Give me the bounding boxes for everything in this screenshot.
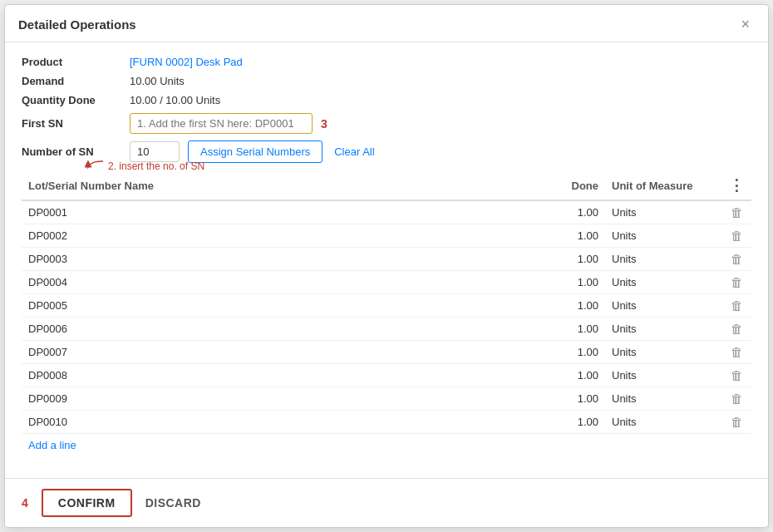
delete-cell: 🗑 (721, 200, 751, 224)
first-sn-badge: 3 (321, 117, 327, 131)
first-sn-label: First SN (22, 117, 130, 130)
lot-serial-name: DP0001 (22, 200, 547, 224)
unit-of-measure: Units (605, 364, 721, 387)
demand-value: 10.00 Units (130, 75, 185, 87)
first-sn-row: First SN 3 (22, 113, 751, 134)
unit-of-measure: Units (605, 294, 721, 318)
delete-icon[interactable]: 🗑 (731, 229, 743, 243)
more-options-icon[interactable]: ⋮ (729, 177, 744, 194)
table-row: DP0006 1.00 Units 🗑 (22, 318, 751, 341)
lot-serial-name: DP0007 (22, 341, 547, 364)
delete-icon[interactable]: 🗑 (731, 322, 743, 336)
modal-body: Product [FURN 0002] Desk Pad Demand 10.0… (5, 42, 768, 470)
table-row: DP0004 1.00 Units 🗑 (22, 271, 751, 294)
modal-footer: 4 CONFIRM DISCARD (5, 478, 768, 527)
delete-icon[interactable]: 🗑 (731, 275, 743, 289)
modal-header: Detailed Operations × (5, 5, 768, 42)
demand-row: Demand 10.00 Units (22, 75, 751, 87)
table-row: DP0010 1.00 Units 🗑 (22, 411, 751, 434)
col-done-header: Done (547, 171, 605, 200)
delete-cell: 🗑 (721, 387, 751, 411)
delete-cell: 🗑 (721, 411, 751, 434)
delete-cell: 🗑 (721, 271, 751, 294)
delete-icon[interactable]: 🗑 (731, 252, 743, 266)
table-row: DP0003 1.00 Units 🗑 (22, 248, 751, 271)
done-qty: 1.00 (547, 411, 605, 434)
qty-done-row: Quantity Done 10.00 / 10.00 Units (22, 94, 751, 106)
number-sn-row: Number of SN Assign Serial Numbers Clear… (22, 140, 751, 163)
unit-of-measure: Units (605, 224, 721, 248)
unit-of-measure: Units (605, 318, 721, 341)
done-qty: 1.00 (547, 248, 605, 271)
delete-cell: 🗑 (721, 364, 751, 387)
discard-button[interactable]: DISCARD (142, 490, 204, 515)
serial-number-table: Lot/Serial Number Name Done Unit of Meas… (22, 171, 751, 456)
table-row: DP0005 1.00 Units 🗑 (22, 294, 751, 318)
modal-title: Detailed Operations (18, 17, 136, 32)
unit-of-measure: Units (605, 341, 721, 364)
delete-icon[interactable]: 🗑 (731, 298, 743, 313)
product-value[interactable]: [FURN 0002] Desk Pad (130, 56, 243, 68)
delete-icon[interactable]: 🗑 (731, 415, 743, 429)
done-qty: 1.00 (547, 294, 605, 318)
lot-serial-name: DP0009 (22, 387, 547, 411)
done-qty: 1.00 (547, 318, 605, 341)
delete-cell: 🗑 (721, 224, 751, 248)
arrow-icon (81, 159, 105, 174)
lot-serial-name: DP0005 (22, 294, 547, 318)
unit-of-measure: Units (605, 271, 721, 294)
detailed-operations-modal: Detailed Operations × Product [FURN 0002… (4, 4, 769, 528)
lot-serial-name: DP0006 (22, 318, 547, 341)
done-qty: 1.00 (547, 271, 605, 294)
done-qty: 1.00 (547, 341, 605, 364)
lot-serial-name: DP0004 (22, 271, 547, 294)
col-uom-header: Unit of Measure (605, 171, 721, 200)
lot-serial-name: DP0010 (22, 411, 547, 434)
add-line-link[interactable]: Add a line (22, 434, 83, 456)
lot-serial-name: DP0008 (22, 364, 547, 387)
insert-sn-annotation: 2. insert the no. of SN (81, 159, 204, 174)
first-sn-controls: 3 (130, 113, 327, 134)
table-row: DP0009 1.00 Units 🗑 (22, 387, 751, 411)
close-icon[interactable]: × (736, 15, 755, 33)
product-label: Product (22, 56, 130, 68)
unit-of-measure: Units (605, 248, 721, 271)
insert-sn-text: 2. insert the no. of SN (108, 160, 204, 172)
delete-icon[interactable]: 🗑 (731, 345, 743, 359)
done-qty: 1.00 (547, 364, 605, 387)
done-qty: 1.00 (547, 224, 605, 248)
product-row: Product [FURN 0002] Desk Pad (22, 56, 751, 68)
unit-of-measure: Units (605, 411, 721, 434)
delete-cell: 🗑 (721, 248, 751, 271)
unit-of-measure: Units (605, 200, 721, 224)
qty-done-value: 10.00 / 10.00 Units (130, 94, 220, 106)
delete-cell: 🗑 (721, 294, 751, 318)
delete-icon[interactable]: 🗑 (731, 205, 743, 219)
table-row: DP0001 1.00 Units 🗑 (22, 200, 751, 224)
number-sn-label: Number of SN (22, 145, 130, 158)
delete-icon[interactable]: 🗑 (731, 368, 743, 382)
col-lot-header: Lot/Serial Number Name (22, 171, 547, 200)
demand-label: Demand (22, 75, 130, 87)
lot-serial-name: DP0002 (22, 224, 547, 248)
step-badge: 4 (22, 496, 28, 510)
unit-of-measure: Units (605, 387, 721, 411)
delete-cell: 🗑 (721, 318, 751, 341)
table-header: Lot/Serial Number Name Done Unit of Meas… (22, 171, 751, 200)
done-qty: 1.00 (547, 200, 605, 224)
clear-all-button[interactable]: Clear All (331, 141, 377, 162)
col-action-header: ⋮ (721, 171, 751, 200)
lot-serial-name: DP0003 (22, 248, 547, 271)
first-sn-input[interactable] (130, 113, 313, 134)
table-row: DP0007 1.00 Units 🗑 (22, 341, 751, 364)
assign-serial-numbers-button[interactable]: Assign Serial Numbers (188, 140, 322, 163)
delete-cell: 🗑 (721, 341, 751, 364)
delete-icon[interactable]: 🗑 (731, 392, 743, 406)
table-row: DP0002 1.00 Units 🗑 (22, 224, 751, 248)
confirm-button[interactable]: CONFIRM (42, 489, 132, 517)
qty-done-label: Quantity Done (22, 94, 130, 106)
table-row: DP0008 1.00 Units 🗑 (22, 364, 751, 387)
done-qty: 1.00 (547, 387, 605, 411)
